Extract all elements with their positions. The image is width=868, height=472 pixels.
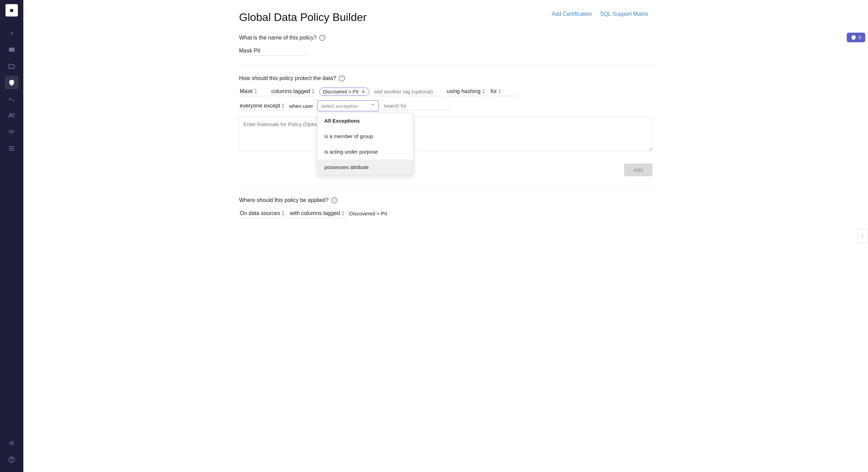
exception-chevron-icon: ⌃	[371, 103, 375, 109]
dropdown-item-all-exceptions[interactable]: All Exceptions	[317, 113, 413, 128]
svg-rect-0	[9, 48, 14, 49]
action-select[interactable]: Mask ▲▼	[239, 87, 267, 96]
everyone-except-select[interactable]: everyone except ▲▼	[239, 101, 285, 111]
settings-icon[interactable]	[5, 436, 19, 450]
exception-row: everyone except ▲▼ when user select exce…	[239, 100, 652, 111]
svg-point-12	[11, 461, 12, 462]
plus-icon[interactable]: ＋	[5, 26, 19, 40]
dropdown-item-member-of-group[interactable]: is a member of group	[317, 128, 413, 144]
dropdown-item-acting-under-purpose[interactable]: is acting under purpose	[317, 144, 413, 159]
exception-container: select exception ⌃ All Exceptions is a m…	[317, 100, 379, 111]
policy-name-input[interactable]	[239, 46, 308, 56]
for-select[interactable]: for ▲▼	[490, 87, 517, 96]
application-tag-value: Discovered > PII	[349, 211, 387, 216]
svg-point-4	[10, 113, 12, 115]
with-columns-tagged-select[interactable]: with columns tagged ▲▼	[289, 209, 345, 218]
rationale-textarea[interactable]	[239, 117, 652, 151]
discovered-pii-chip: Discovered > PII ✕	[319, 88, 369, 96]
policy-name-help-icon[interactable]: ?	[319, 35, 325, 41]
main-content: Add Certification SQL Support Matrix Glo…	[23, 0, 868, 472]
shield-icon[interactable]	[5, 76, 19, 89]
header-actions: Add Certification SQL Support Matrix	[552, 11, 648, 17]
svg-point-10	[11, 442, 13, 444]
application-row: On data sources ▲▼ with columns tagged ▲…	[239, 209, 652, 218]
list-icon[interactable]	[5, 142, 19, 155]
add-tag-input[interactable]	[373, 87, 442, 96]
when-user-label: when user	[289, 103, 313, 109]
exception-dropdown: All Exceptions is a member of group is a…	[317, 113, 413, 175]
svg-rect-1	[9, 49, 14, 50]
svg-rect-2	[9, 50, 14, 52]
using-select[interactable]: using hashing ▲▼	[446, 87, 486, 96]
application-section-label: Where should this policy be applied? ?	[239, 197, 652, 203]
add-certification-link[interactable]: Add Certification	[552, 11, 592, 17]
on-data-sources-select[interactable]: On data sources ▲▼	[239, 209, 285, 218]
folder-icon[interactable]	[5, 59, 19, 73]
add-button[interactable]: Add	[624, 164, 652, 176]
protection-section-label: How should this policy protect the data?…	[239, 75, 652, 81]
remove-tag-button[interactable]: ✕	[361, 89, 366, 94]
exception-select[interactable]: select exception ⌃	[317, 100, 379, 111]
sidebar: ■ ＋	[0, 0, 23, 472]
policy-name-section-label: What is the name of this policy? ?	[239, 35, 652, 41]
help-bottom-icon[interactable]	[5, 453, 19, 467]
app-logo[interactable]: ■	[5, 4, 18, 16]
key-icon[interactable]	[5, 125, 19, 139]
sql-support-link[interactable]: SQL Support Matrix	[600, 11, 648, 17]
search-exception-input[interactable]	[383, 101, 450, 110]
protection-help-icon[interactable]: ?	[339, 75, 345, 81]
dropdown-item-possesses-attribute[interactable]: possesses attribute	[317, 159, 413, 175]
svg-point-6	[9, 130, 12, 133]
terminal-icon[interactable]	[5, 92, 19, 106]
shield-badge[interactable]: 0	[847, 33, 865, 42]
users-icon[interactable]	[5, 109, 19, 122]
protection-row: Mask ▲▼ columns tagged ▲▼ Discovered > P…	[239, 87, 652, 96]
right-panel-toggle[interactable]: ‹	[857, 229, 868, 243]
application-help-icon[interactable]: ?	[331, 197, 337, 203]
layers-icon[interactable]	[5, 43, 19, 56]
columns-tagged-select[interactable]: columns tagged ▲▼	[271, 87, 315, 96]
svg-point-5	[13, 114, 15, 115]
